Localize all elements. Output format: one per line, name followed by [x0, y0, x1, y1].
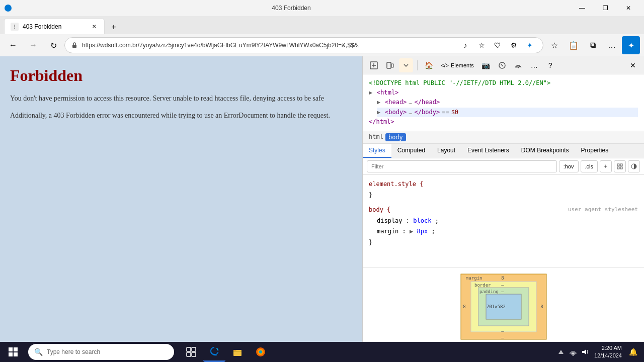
close-devtools-button[interactable]: ✕: [626, 58, 640, 72]
tab-properties[interactable]: Properties: [575, 144, 615, 158]
breadcrumb-body[interactable]: body: [385, 133, 406, 141]
tab-layout[interactable]: Layout: [431, 144, 461, 158]
color-scheme-button[interactable]: [628, 160, 640, 172]
close-window-button[interactable]: ✕: [617, 0, 640, 16]
tab-event-listeners[interactable]: Event Listeners: [461, 144, 515, 158]
svg-line-9: [501, 64, 503, 66]
home-button[interactable]: 🏠: [422, 58, 436, 72]
favorites-toolbar-button[interactable]: ☆: [545, 36, 564, 54]
svg-rect-11: [617, 164, 619, 166]
html-close-line: </html>: [369, 117, 638, 127]
margin-prop-name: margin: [377, 228, 398, 235]
toolbar-icons: ☆ 📋 ⧉ … ✦: [545, 36, 640, 54]
network-tray-icon[interactable]: [568, 347, 578, 357]
refresh-button[interactable]: ↻: [44, 36, 62, 54]
breadcrumb-html[interactable]: html: [369, 133, 383, 141]
tab-bar: ! 403 Forbidden ✕ +: [0, 16, 644, 34]
windows-logo-icon: [8, 347, 18, 357]
svg-rect-40: [192, 347, 196, 351]
browser-essentials-button[interactable]: 🛡: [491, 38, 505, 52]
forward-button[interactable]: →: [24, 36, 42, 54]
doctype-text: <!DOCTYPE html PUBLIC "-//IETF//DTD HTML…: [369, 78, 550, 88]
copilot-sidebar-button[interactable]: ✦: [622, 36, 640, 54]
collections-button[interactable]: 📋: [565, 36, 583, 54]
network-button[interactable]: [511, 58, 525, 72]
svg-point-48: [572, 354, 574, 356]
settings-button[interactable]: ⚙: [507, 38, 521, 52]
margin-semi: ;: [431, 228, 435, 235]
minimize-button[interactable]: —: [571, 0, 594, 16]
display-colon: :: [406, 217, 413, 224]
html-body-line[interactable]: ▶ <body> … </body> == $0: [377, 108, 638, 117]
notification-button[interactable]: 🔔: [626, 345, 640, 359]
taskbar-time-text: 2:20 AM: [594, 344, 622, 352]
device-emulation-button[interactable]: [383, 58, 397, 72]
taskbar-search-box[interactable]: 🔍 Type here to search: [28, 344, 174, 360]
system-tray: [556, 347, 590, 357]
tab-close-button[interactable]: ✕: [90, 23, 98, 31]
file-explorer-taskbar-item[interactable]: [226, 342, 249, 362]
toggle-layout-button[interactable]: [614, 160, 626, 172]
breadcrumb: html body: [363, 131, 644, 144]
element-style-close-brace: }: [369, 192, 372, 199]
html-head-line[interactable]: ▶ <head> … </head>: [377, 98, 638, 107]
new-tab-button[interactable]: +: [107, 20, 121, 34]
more-tools-button[interactable]: …: [603, 36, 621, 54]
svg-rect-42: [192, 352, 196, 356]
edge-browser-taskbar-item[interactable]: [203, 342, 225, 362]
equals-sign: ==: [442, 108, 449, 117]
body-close-tag: </body>: [415, 108, 440, 117]
restore-button[interactable]: ❐: [594, 0, 617, 16]
add-rule-button[interactable]: +: [600, 160, 612, 172]
address-bar[interactable]: https://wdsoft.com.br/7yoya/vzrz5jmcy1ve…: [64, 37, 543, 53]
head-expand-arrow[interactable]: ▶: [377, 98, 383, 107]
svg-rect-35: [9, 347, 13, 351]
body-expand-arrow[interactable]: ▶: [377, 108, 383, 117]
elements-button[interactable]: </> Elements: [438, 58, 477, 72]
read-aloud-button[interactable]: ♪: [458, 38, 472, 52]
firefox-taskbar-item[interactable]: [250, 342, 272, 362]
element-style-selector: element.style {: [369, 179, 638, 190]
console-drawer-button[interactable]: [399, 58, 413, 72]
split-screen-button[interactable]: ⧉: [584, 36, 602, 54]
favorites-button[interactable]: ☆: [474, 38, 489, 52]
back-button[interactable]: ←: [4, 36, 22, 54]
svg-point-10: [517, 66, 519, 68]
svg-rect-13: [617, 167, 619, 169]
html-root-line[interactable]: ▶ <html>: [369, 88, 638, 98]
filter-input[interactable]: [367, 160, 557, 172]
up-arrow-tray-icon[interactable]: [556, 347, 566, 357]
svg-text:8: 8: [501, 276, 504, 281]
tab-dom-breakpoints[interactable]: DOM Breakpoints: [515, 144, 575, 158]
elements-label: Elements: [451, 62, 474, 68]
inspect-element-button[interactable]: [367, 58, 381, 72]
body-rule: body { user agent stylesheet display : b…: [369, 205, 638, 248]
volume-tray-icon[interactable]: [580, 347, 590, 357]
hov-button[interactable]: :hov: [559, 160, 579, 172]
taskbar-items: [180, 342, 272, 362]
tab-styles[interactable]: Styles: [363, 144, 391, 158]
screenshot-button[interactable]: 📷: [479, 58, 493, 72]
toggle-js-button[interactable]: [495, 58, 509, 72]
svg-marker-49: [582, 349, 586, 354]
task-view-button[interactable]: [180, 342, 202, 362]
html-expand-arrow[interactable]: ▶: [369, 88, 375, 98]
svg-rect-14: [620, 167, 622, 169]
svg-text:—: —: [501, 289, 504, 294]
help-button[interactable]: ?: [543, 58, 557, 72]
active-tab[interactable]: ! 403 Forbidden ✕: [4, 18, 105, 34]
margin-expand-triangle[interactable]: ▶: [410, 228, 417, 235]
copilot-button[interactable]: ✦: [523, 38, 537, 52]
body-display-prop: display : block ;: [377, 216, 638, 227]
svg-rect-41: [187, 352, 191, 356]
tab-title: 403 Forbidden: [23, 23, 86, 30]
cls-button[interactable]: .cls: [581, 160, 598, 172]
taskbar-clock[interactable]: 2:20 AM 12/14/2024: [594, 344, 622, 360]
html-open-tag: <html>: [377, 88, 398, 98]
more-devtools-button[interactable]: …: [527, 58, 541, 72]
tab-computed[interactable]: Computed: [391, 144, 431, 158]
body-rule-close: }: [369, 237, 638, 248]
start-button[interactable]: [4, 343, 22, 361]
margin-prop-value: 8px: [417, 228, 428, 235]
styles-toolbar: :hov .cls +: [363, 158, 644, 175]
